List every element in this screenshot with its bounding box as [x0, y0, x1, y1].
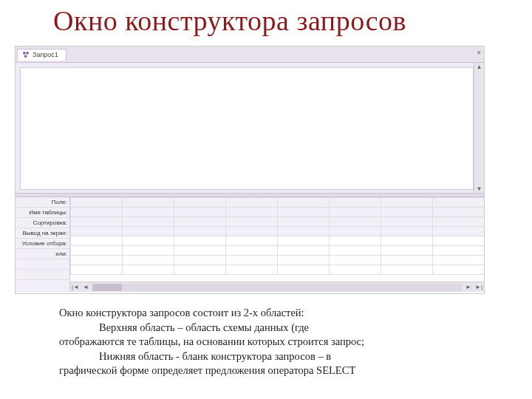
table-row: [71, 208, 485, 217]
scroll-last-icon[interactable]: ►|: [474, 284, 484, 290]
table-row: [71, 227, 485, 236]
design-grid[interactable]: |◄ ◄ ► ►|: [70, 197, 484, 292]
row-header-or: или:: [16, 249, 69, 259]
scroll-down-icon[interactable]: ▼: [477, 185, 482, 193]
row-header-sort: Сортировка:: [16, 218, 69, 228]
tab-query1[interactable]: Запрос1: [17, 49, 66, 61]
caption-line: отображаются те таблицы, на основании ко…: [59, 335, 473, 349]
svg-rect-2: [24, 55, 27, 57]
caption-line: Окно конструктора запросов состоит из 2-…: [59, 306, 473, 321]
tab-label: Запрос1: [33, 51, 58, 58]
caption-line: графической форме определяет предложения…: [59, 364, 473, 378]
row-header-table: Имя таблицы:: [16, 208, 69, 218]
row-header-blank: [16, 259, 69, 270]
table-row: [71, 256, 485, 265]
slide-title: Окно конструктора запросов: [0, 0, 532, 41]
grid-table[interactable]: [70, 197, 484, 275]
scroll-up-icon[interactable]: ▲: [477, 63, 482, 71]
scroll-left-icon[interactable]: ◄: [81, 284, 91, 290]
design-grid-pane: Поле: Имя таблицы: Сортировка: Вывод на …: [16, 197, 484, 292]
table-row: [71, 217, 485, 227]
table-row: [71, 265, 485, 275]
scroll-right-icon[interactable]: ►: [463, 284, 474, 290]
close-icon[interactable]: ×: [477, 49, 481, 57]
svg-rect-0: [23, 52, 25, 54]
vertical-scrollbar[interactable]: ▲ ▼: [474, 63, 484, 193]
row-header-field: Поле:: [16, 197, 69, 208]
caption-line: Нижняя область - бланк конструктора запр…: [59, 349, 473, 364]
schema-canvas[interactable]: [20, 67, 474, 190]
row-header-criteria: Условие отбора:: [16, 239, 69, 249]
schema-pane[interactable]: ▲ ▼: [16, 63, 484, 193]
document-tabs: Запрос1 ×: [16, 47, 484, 63]
row-header-show: Вывод на экран:: [16, 228, 69, 239]
scroll-track[interactable]: [92, 284, 462, 291]
slide-caption: Окно конструктора запросов состоит из 2-…: [59, 306, 473, 378]
scroll-first-icon[interactable]: |◄: [70, 284, 81, 290]
table-row: [71, 198, 485, 208]
scroll-thumb[interactable]: [92, 284, 122, 291]
row-header-blank: [16, 270, 69, 280]
grid-row-headers: Поле: Имя таблицы: Сортировка: Вывод на …: [16, 197, 70, 292]
caption-line: Верхняя область – область схемы данных (…: [59, 321, 473, 335]
query-designer-window: Запрос1 × ▲ ▼ · · · · · · Поле: Имя табл…: [15, 46, 485, 294]
table-row: [71, 236, 485, 246]
svg-rect-1: [27, 52, 29, 54]
table-row: [71, 246, 485, 256]
horizontal-scrollbar[interactable]: |◄ ◄ ► ►|: [70, 282, 484, 292]
query-icon: [22, 51, 30, 58]
